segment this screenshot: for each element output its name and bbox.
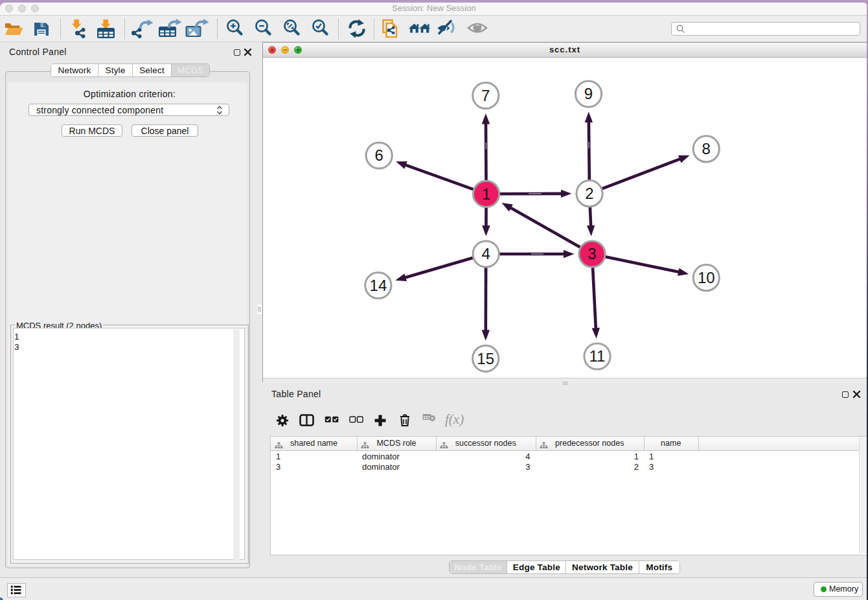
svg-text:8: 8 <box>702 140 711 157</box>
svg-text:4: 4 <box>482 245 490 262</box>
svg-text:11: 11 <box>589 347 606 365</box>
svg-text:15: 15 <box>477 350 494 367</box>
svg-text:7: 7 <box>481 87 490 104</box>
svg-text:3: 3 <box>588 245 596 262</box>
svg-text:2: 2 <box>585 185 593 202</box>
svg-text:10: 10 <box>698 269 715 286</box>
svg-text:1: 1 <box>482 185 490 203</box>
svg-text:14: 14 <box>370 277 387 294</box>
svg-text:9: 9 <box>584 85 593 102</box>
svg-text:6: 6 <box>375 146 383 164</box>
